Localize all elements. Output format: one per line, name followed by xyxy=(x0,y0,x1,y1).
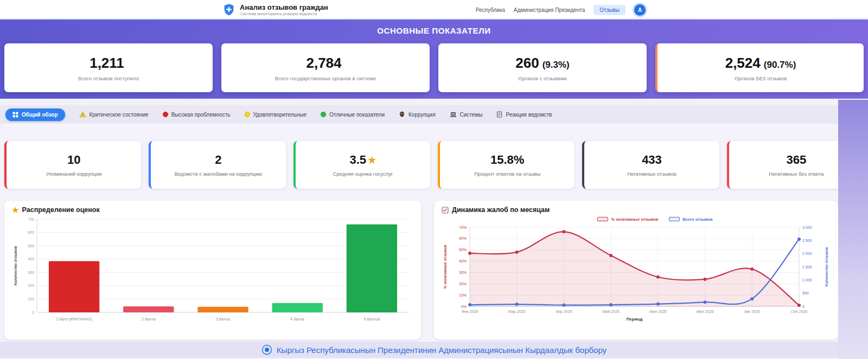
chart-title: Распределение оценок xyxy=(22,206,100,214)
svg-text:1 500: 1 500 xyxy=(802,265,812,269)
svg-text:100: 100 xyxy=(28,297,34,301)
chart-legend: % негативных отзывовВсего отзывов xyxy=(480,215,831,223)
svg-text:Количество отзывов: Количество отзывов xyxy=(14,246,17,285)
tab-satisfactory[interactable]: Удовлетворительные xyxy=(245,112,307,118)
svg-text:40%: 40% xyxy=(459,259,467,263)
clipboard-icon xyxy=(496,111,502,118)
tab-label: Общий обзор xyxy=(22,112,58,118)
ratings-distribution-chart-card: ★ Распределение оценок 01002003004005006… xyxy=(4,201,421,339)
complaints-dynamics-chart-card: Динамика жалоб по месяцам % негативных о… xyxy=(434,201,838,339)
state-emblem-icon xyxy=(261,344,272,355)
metric-label: Негативных отзывов xyxy=(627,171,676,177)
metric-label: Средняя оценка госуслуг xyxy=(333,171,393,177)
svg-text:2 балла: 2 балла xyxy=(142,317,156,321)
kpi-value: 2,524 xyxy=(725,55,761,72)
metric-value: 2 xyxy=(215,153,221,167)
svg-text:Июл 2025: Июл 2025 xyxy=(697,310,714,313)
kpi-suffix: (9.3%) xyxy=(542,60,570,70)
svg-text:3 000: 3 000 xyxy=(802,226,812,229)
metric-card-agencies-corruption-complaints: 2 Ведомств с жалобами на коррупцию xyxy=(149,141,285,189)
footer-text: Кыргыз Республикасынын Президентинин Адм… xyxy=(277,345,607,355)
spacer xyxy=(0,99,868,105)
ratings-bar-chart: 01002003004005006007001 балл (КРИТИЧНО)2… xyxy=(12,214,413,325)
svg-text:600: 600 xyxy=(28,230,34,234)
legend-item: % негативных отзывов xyxy=(597,215,658,223)
metric-label: Упоминаний коррупции xyxy=(46,171,102,177)
tab-critical-state[interactable]: Критическое состояние xyxy=(79,111,149,118)
svg-text:500: 500 xyxy=(802,291,809,295)
svg-text:30%: 30% xyxy=(459,271,467,274)
svg-text:4 балла: 4 балла xyxy=(290,317,304,321)
tab-label: Коррупция xyxy=(409,112,436,118)
section-title: ОСНОВНЫЕ ПОКАЗАТЕЛИ xyxy=(4,26,864,39)
kpi-label: Органов БЕЗ отзывов xyxy=(735,75,787,81)
metric-label: Процент ответов на отзывы xyxy=(474,171,540,177)
svg-text:Мар 2025: Мар 2025 xyxy=(508,310,525,314)
corruption-icon xyxy=(399,111,405,118)
right-edge-band xyxy=(838,100,868,359)
tab-label: Отличные показатели xyxy=(329,112,385,118)
svg-text:20%: 20% xyxy=(459,282,467,286)
nav-reviews[interactable]: Отзывы xyxy=(593,5,626,15)
svg-text:Июн 2025: Июн 2025 xyxy=(649,310,667,313)
tab-excellent[interactable]: Отличные показатели xyxy=(321,112,385,118)
kpi-label: Всего государственных органов в системе xyxy=(275,75,376,81)
app-brand: Анализ отзывов граждан Система мониторин… xyxy=(222,3,328,16)
app-title: Анализ отзывов граждан xyxy=(240,4,328,11)
tab-label: Удовлетворительные xyxy=(253,112,307,118)
app-subtitle: Система мониторинга реакции ведомств xyxy=(240,11,328,16)
kpi-label: Всего отзывов поступило xyxy=(78,75,139,81)
charts-row: ★ Распределение оценок 01002003004005006… xyxy=(4,201,864,339)
metric-value: 10 xyxy=(67,153,80,167)
tab-systems[interactable]: Системы xyxy=(450,112,483,118)
filter-tabbar: Общий обзор Критическое состояние Высока… xyxy=(0,105,868,124)
svg-text:400: 400 xyxy=(28,257,34,261)
yellow-circle-icon xyxy=(245,112,250,117)
shield-plus-logo-icon xyxy=(222,3,235,16)
app-header: Анализ отзывов граждан Система мониторин… xyxy=(0,0,868,20)
svg-text:0: 0 xyxy=(32,311,34,315)
svg-text:500: 500 xyxy=(28,244,34,248)
tab-high-problem[interactable]: Высокая проблемность xyxy=(163,112,231,118)
svg-text:0: 0 xyxy=(802,305,805,309)
kpi-label: Органов с отзывами xyxy=(518,75,567,81)
kpi-card-total-reviews: 1,211 Всего отзывов поступило xyxy=(4,43,213,92)
tab-agency-reaction[interactable]: Реакция ведомств xyxy=(496,111,552,118)
metric-card-corruption-mentions: 10 Упоминаний коррупции xyxy=(4,141,141,189)
star-icon: ★ xyxy=(12,206,19,214)
svg-text:% негативных отзывов: % негативных отзывов xyxy=(443,245,447,289)
svg-text:5 баллов: 5 баллов xyxy=(364,317,380,321)
page-footer: Кыргыз Республикасынын Президентинин Адм… xyxy=(0,342,868,358)
svg-text:Сен 2025: Сен 2025 xyxy=(791,310,807,313)
kpi-card-agencies-with-reviews: 260 (9.3%) Органов с отзывами xyxy=(438,43,647,92)
kpi-value: 2,784 xyxy=(306,55,341,72)
nav-president-administration[interactable]: Администрация Президента xyxy=(514,7,585,13)
user-avatar[interactable]: A xyxy=(634,4,646,16)
svg-text:2 000: 2 000 xyxy=(802,252,812,255)
laptop-icon xyxy=(450,112,457,118)
chart-title: Динамика жалоб по месяцам xyxy=(452,206,550,214)
kpi-row: 1,211 Всего отзывов поступило 2,784 Всег… xyxy=(4,43,864,92)
metric-row: 10 Упоминаний коррупции 2 Ведомств с жал… xyxy=(4,124,864,189)
svg-text:0%: 0% xyxy=(461,305,467,309)
legend-swatch xyxy=(597,217,608,221)
tab-label: Реакция ведомств xyxy=(506,112,552,118)
svg-text:300: 300 xyxy=(28,271,34,274)
metric-card-negative-reviews: 433 Негативных отзывов xyxy=(582,141,719,189)
kpi-card-agencies-without-reviews: 2,524 (90.7%) Органов БЕЗ отзывов xyxy=(655,43,864,92)
metric-card-average-rating: 3.5 ★ Средняя оценка госуслуг xyxy=(293,141,430,189)
svg-text:70%: 70% xyxy=(459,226,467,229)
checkbox-icon xyxy=(442,207,449,214)
nav-republic[interactable]: Республика xyxy=(476,7,505,13)
tab-corruption[interactable]: Коррупция xyxy=(399,111,436,118)
main-content: 10 Упоминаний коррупции 2 Ведомств с жал… xyxy=(0,124,868,342)
green-circle-icon xyxy=(321,112,326,117)
tab-overview[interactable]: Общий обзор xyxy=(5,108,65,121)
svg-text:2 500: 2 500 xyxy=(802,239,812,242)
svg-text:60%: 60% xyxy=(459,236,467,240)
svg-text:Фев 2025: Фев 2025 xyxy=(462,310,478,313)
star-icon: ★ xyxy=(368,156,376,165)
metric-value: 3.5 xyxy=(349,153,366,167)
svg-text:Май 2025: Май 2025 xyxy=(603,310,620,313)
metric-card-response-percent: 15.8% Процент ответов на отзывы xyxy=(438,141,575,189)
